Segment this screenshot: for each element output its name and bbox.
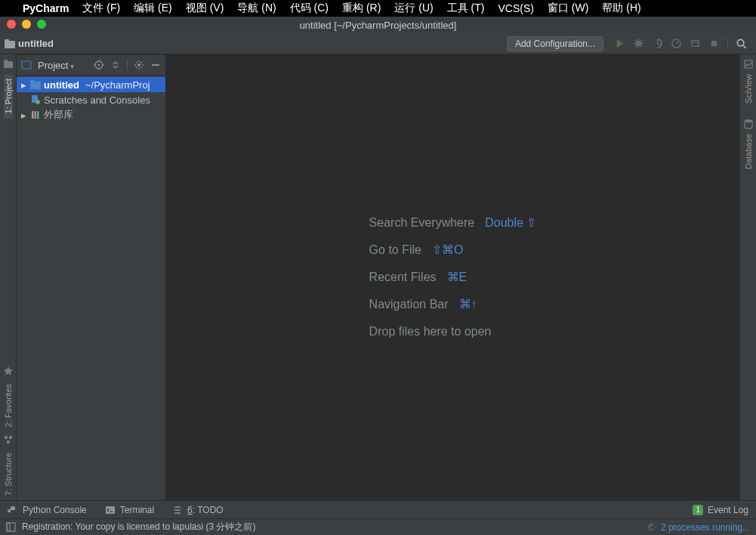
toolwindow-terminal-tab[interactable]: Terminal <box>105 505 154 515</box>
svg-line-36 <box>650 528 650 529</box>
svg-point-20 <box>35 100 40 104</box>
python-icon <box>8 505 18 515</box>
toolwindow-eventlog-tab[interactable]: 1 Event Log <box>693 505 748 515</box>
svg-rect-27 <box>7 523 15 531</box>
menu-tools[interactable]: 工具 (T) <box>447 2 485 15</box>
favorites-star-icon <box>3 366 14 376</box>
svg-point-25 <box>745 119 752 122</box>
menu-navigate[interactable]: 导航 (N) <box>237 2 276 15</box>
svg-rect-8 <box>4 60 8 62</box>
gear-icon[interactable] <box>134 60 144 70</box>
svg-rect-24 <box>745 60 752 68</box>
svg-point-14 <box>98 64 100 66</box>
toolwindow-python-console-tab[interactable]: Python Console <box>8 505 87 515</box>
breadcrumb-project: untitled <box>18 38 54 49</box>
toolwindow-sciview-tab[interactable]: SciView <box>744 70 753 108</box>
hint-navbar-label: Navigation Bar <box>369 291 449 318</box>
toolwindow-todo-tab[interactable]: 6: TODO <box>172 505 224 515</box>
svg-rect-7 <box>4 61 13 68</box>
libraries-icon <box>30 110 41 120</box>
background-processes[interactable]: 2 processes running... <box>647 522 750 533</box>
project-toolwindow-header: Project ▾ <box>17 54 165 76</box>
editor-empty-state[interactable]: Search Everywhere Double ⇧ Go to File ⇧⌘… <box>166 54 739 500</box>
toolwindows-toggle-icon[interactable] <box>6 522 16 532</box>
hint-recent-shortcut: ⌘E <box>447 264 467 291</box>
folder-icon <box>5 39 15 48</box>
database-icon <box>743 119 754 129</box>
svg-rect-4 <box>692 41 699 47</box>
project-toolwindow-icon <box>3 59 14 70</box>
svg-rect-18 <box>30 80 35 83</box>
window-title: untitled [~/PycharmProjects/untitled] <box>300 20 457 31</box>
hint-gotofile-label: Go to File <box>369 237 421 264</box>
expand-arrow-icon[interactable]: ▸ <box>20 79 27 91</box>
svg-rect-22 <box>35 111 37 119</box>
menu-window[interactable]: 窗口 (W) <box>548 2 588 15</box>
bottom-toolwindow-stripe: Python Console Terminal 6: TODO 1 Event … <box>0 500 756 518</box>
hint-dropfiles-label: Drop files here to open <box>369 318 492 345</box>
svg-rect-16 <box>152 64 159 66</box>
scratches-icon <box>30 94 41 105</box>
list-icon <box>172 505 183 515</box>
toolwindow-favorites-tab[interactable]: 2: Favorites <box>4 379 13 431</box>
tree-root[interactable]: ▸ untitled ~/PycharmProj <box>17 77 165 92</box>
breadcrumb[interactable]: untitled <box>5 38 54 49</box>
window-titlebar: untitled [~/PycharmProjects/untitled] <box>0 17 756 33</box>
right-toolwindow-stripe: SciView Database <box>739 54 756 500</box>
svg-point-6 <box>737 39 743 45</box>
debug-icon[interactable] <box>633 38 644 49</box>
coverage-icon[interactable] <box>652 38 663 49</box>
project-view-dropdown[interactable]: Project ▾ <box>38 60 74 71</box>
menu-code[interactable]: 代码 (C) <box>290 2 329 15</box>
window-close-icon[interactable] <box>7 20 16 29</box>
svg-rect-1 <box>5 39 9 42</box>
terminal-icon <box>105 505 116 515</box>
window-zoom-icon[interactable] <box>37 20 46 29</box>
menu-edit[interactable]: 编辑 (E) <box>134 2 172 15</box>
add-configuration-button[interactable]: Add Configuration... <box>507 36 603 51</box>
project-view-icon <box>21 60 32 70</box>
svg-line-34 <box>653 528 654 529</box>
hint-navbar-shortcut: ⌘↑ <box>459 291 477 318</box>
status-message: Registration: Your copy is licensed to l… <box>22 521 255 533</box>
tree-root-name: untitled <box>44 79 79 91</box>
project-toolwindow: Project ▾ ▸ untitled ~/PycharmProj Scrat… <box>17 54 166 500</box>
menu-view[interactable]: 视图 (V) <box>186 2 224 15</box>
svg-rect-26 <box>106 506 115 514</box>
toolwindow-database-tab[interactable]: Database <box>744 129 753 174</box>
svg-line-35 <box>653 524 654 525</box>
menu-refactor[interactable]: 重构 (R) <box>342 2 381 15</box>
svg-rect-21 <box>32 111 34 119</box>
stop-icon[interactable] <box>708 38 720 49</box>
menu-vcs[interactable]: VCS(S) <box>498 2 533 14</box>
tree-scratches[interactable]: Scratches and Consoles <box>17 92 165 107</box>
svg-point-15 <box>137 63 140 66</box>
mac-menubar: PyCharm 文件 (F) 编辑 (E) 视图 (V) 导航 (N) 代码 (… <box>0 0 756 17</box>
expand-all-icon[interactable] <box>110 60 121 70</box>
search-everywhere-icon[interactable] <box>736 38 747 49</box>
locate-icon[interactable] <box>94 60 104 70</box>
menu-file[interactable]: 文件 (F) <box>82 2 120 15</box>
profile-icon[interactable] <box>671 38 682 49</box>
app-name[interactable]: PyCharm <box>23 2 69 14</box>
menu-run[interactable]: 运行 (U) <box>394 2 433 15</box>
project-tree[interactable]: ▸ untitled ~/PycharmProj Scratches and C… <box>17 76 165 124</box>
toolwindow-structure-tab[interactable]: 7: Structure <box>4 448 13 500</box>
window-minimize-icon[interactable] <box>22 20 31 29</box>
tree-external-libs[interactable]: ▸ 外部库 <box>17 107 165 122</box>
hint-search-label: Search Everywhere <box>369 209 475 237</box>
structure-icon <box>3 434 14 445</box>
svg-rect-10 <box>9 436 12 439</box>
menu-help[interactable]: 帮助 (H) <box>602 2 640 15</box>
svg-rect-9 <box>5 436 8 439</box>
run-icon[interactable] <box>614 38 625 49</box>
svg-rect-23 <box>37 111 39 119</box>
status-bar: Registration: Your copy is licensed to l… <box>0 518 756 535</box>
attach-icon[interactable] <box>690 38 701 49</box>
event-log-badge: 1 <box>693 505 703 515</box>
svg-rect-12 <box>22 61 31 69</box>
hide-icon[interactable] <box>150 60 161 70</box>
sciview-icon <box>743 59 754 70</box>
expand-arrow-icon[interactable]: ▸ <box>20 110 27 121</box>
toolwindow-project-tab[interactable]: 1: Project <box>4 74 13 118</box>
